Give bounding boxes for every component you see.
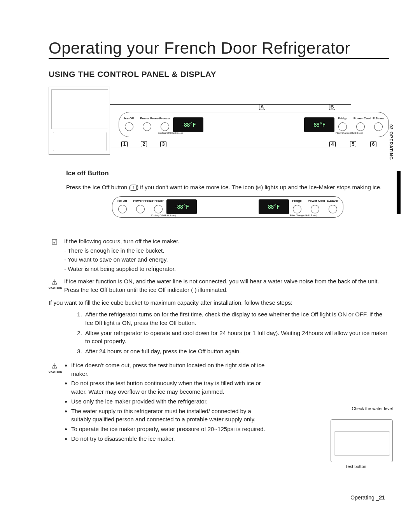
marker-2: 2 — [141, 141, 147, 147]
marker-B: B — [329, 104, 335, 110]
control-panel-strip-small: Ice OffPower FreezeFreezerCooling Off (H… — [112, 196, 343, 218]
note-turn-off: ☑ If the following occurs, turn off the … — [49, 237, 389, 274]
section-tab-bar — [397, 171, 401, 214]
section-tab-text: 02 OPERATING — [389, 124, 394, 160]
note-lead: If the following occurs, turn off the ic… — [64, 237, 389, 246]
control-panel-repeat: Ice OffPower FreezeFreezerCooling Off (H… — [66, 196, 389, 233]
page-number: 21 — [379, 494, 385, 501]
caution-item: Do not try to disassemble the ice maker. — [71, 435, 266, 443]
marker-3: 3 — [160, 141, 166, 147]
caution-water-valve: ⚠CAUTION If ice maker function is ON, an… — [49, 277, 389, 295]
btn-freezer: FreezerCooling Off (Hold 3 sec) — [158, 117, 172, 134]
page-footer: Operating _21 — [350, 494, 385, 501]
label-test-button: Test button — [319, 464, 393, 469]
caution-item: The water supply to this refrigerator mu… — [71, 407, 266, 424]
control-panel-diagram: A B Ice Off Power Freeze FreezerCooling … — [49, 87, 389, 162]
fill-steps: After the refrigerator turns on for the … — [77, 310, 389, 356]
page-content: Operating your French Door Refrigerator … — [0, 0, 420, 463]
marker-6: 6 — [370, 141, 376, 147]
fridge-illustration — [49, 87, 110, 155]
step: Allow your refrigerator to operate and c… — [84, 329, 389, 346]
btn-fridge: FridgeFilter Change (Hold 3 sec) — [336, 117, 350, 134]
caution-item: If ice doesn't come out, press the test … — [71, 361, 266, 378]
marker-5: 5 — [350, 141, 356, 147]
caution-item: Use only the ice maker provided with the… — [71, 397, 266, 406]
marker-1: 1 — [121, 141, 128, 147]
note-item: - There is enough ice in the ice bucket. — [64, 246, 389, 255]
subheading-ice-off: Ice off Button — [66, 169, 389, 179]
step: After the refrigerator turns on for the … — [84, 310, 389, 327]
callout-line-top — [110, 104, 351, 105]
label-check-water: Check the water level — [319, 406, 393, 411]
caution-icon: ⚠ — [49, 362, 60, 370]
ice-off-icon: ⎚ — [257, 184, 261, 190]
note-item: - Water is not being supplied to refrige… — [64, 265, 389, 273]
page-title: Operating your French Door Refrigerator — [49, 39, 389, 59]
ice-maker-diagram: Check the water level Test button — [319, 406, 393, 474]
control-panel-strip: A B Ice Off Power Freeze FreezerCooling … — [119, 112, 389, 137]
caution-text: If ice maker function is ON, and the wat… — [64, 277, 389, 294]
section-heading: USING THE CONTROL PANEL & DISPLAY — [49, 70, 389, 79]
marker-4: 4 — [329, 141, 336, 147]
ice-maker-illustration — [331, 419, 393, 462]
note-icon: ☑ — [49, 238, 60, 246]
note-item: - You want to save on water and energy. — [64, 255, 389, 264]
left-button-group: Ice Off Power Freeze FreezerCooling Off … — [122, 115, 172, 134]
caution-icon: ⚠ — [49, 278, 60, 286]
caution-item: To operate the ice maker properly, water… — [71, 425, 266, 433]
step: After 24 hours or one full day, press th… — [84, 347, 389, 356]
section-tab: 02 OPERATING — [389, 124, 401, 214]
inline-marker-1: 1 — [131, 185, 136, 191]
marker-A: A — [259, 104, 265, 110]
btn-esaver: E.Saver — [371, 117, 385, 132]
btn-power-freeze: Power Freeze — [140, 117, 154, 132]
lcd-freezer: -88°F — [173, 117, 203, 132]
right-button-group: FridgeFilter Change (Hold 3 sec) Power C… — [336, 115, 385, 134]
btn-power-cool: Power Cool — [354, 117, 368, 132]
btn-ice-off: Ice Off — [122, 117, 136, 132]
lcd-fridge: 88°F — [304, 117, 334, 132]
ice-off-intro: Press the Ice Off button (1) if you don'… — [66, 183, 389, 192]
caution-item: Do not press the test button continuousl… — [71, 379, 266, 396]
number-marker-row: 1 2 3 4 5 6 — [121, 141, 389, 148]
fill-lead: If you want to fill the ice cube bucket … — [49, 299, 389, 307]
